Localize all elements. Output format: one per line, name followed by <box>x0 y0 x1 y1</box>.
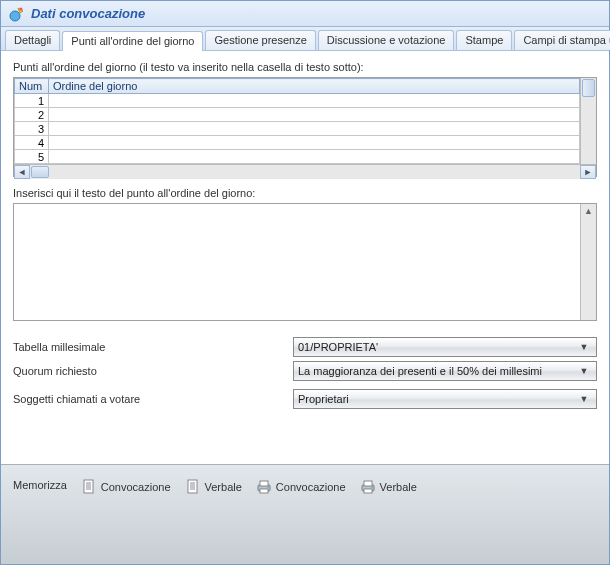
select-soggetti-votare[interactable]: Proprietari ▼ <box>293 389 597 409</box>
cell-text <box>49 150 580 164</box>
svg-rect-17 <box>364 481 372 486</box>
cell-num: 5 <box>15 150 49 164</box>
scrollbar-thumb[interactable] <box>582 79 595 97</box>
col-num[interactable]: Num <box>15 79 49 94</box>
scrollbar-thumb[interactable] <box>31 166 49 178</box>
chevron-down-icon: ▼ <box>576 342 592 352</box>
svg-point-15 <box>267 486 269 488</box>
table-row[interactable]: 5 <box>15 150 580 164</box>
scroll-right-arrow-icon[interactable]: ► <box>580 165 596 179</box>
svg-rect-18 <box>364 489 372 493</box>
cell-text <box>49 122 580 136</box>
cell-num: 1 <box>15 94 49 108</box>
textarea-scrollbar[interactable]: ▲ <box>580 204 596 320</box>
verbale-print-button[interactable]: Verbale <box>360 479 417 495</box>
table-row[interactable]: 1 <box>15 94 580 108</box>
table-row[interactable]: 4 <box>15 136 580 150</box>
verbale-doc-button[interactable]: Verbale <box>185 479 242 495</box>
document-icon <box>185 479 201 495</box>
label-quorum: Quorum richiesto <box>13 365 293 377</box>
cell-num: 4 <box>15 136 49 150</box>
tab-gestione-presenze[interactable]: Gestione presenze <box>205 30 315 50</box>
tab-stampe[interactable]: Stampe <box>456 30 512 50</box>
scroll-left-arrow-icon[interactable]: ◄ <box>14 165 30 179</box>
svg-point-19 <box>371 486 373 488</box>
grid-vertical-scrollbar[interactable] <box>580 78 596 164</box>
tab-campi-stampa-unione[interactable]: Campi di stampa unione <box>514 30 610 50</box>
cell-text <box>49 136 580 150</box>
chevron-down-icon: ▼ <box>576 366 592 376</box>
svg-point-1 <box>20 7 23 10</box>
printer-icon <box>360 479 376 495</box>
tab-dettagli[interactable]: Dettagli <box>5 30 60 50</box>
verbale-print-label: Verbale <box>380 481 417 493</box>
window-title: Dati convocazione <box>31 6 145 21</box>
tab-discussione-votazione[interactable]: Discussione e votazione <box>318 30 455 50</box>
select-quorum-richiesto[interactable]: La maggioranza dei presenti e il 50% dei… <box>293 361 597 381</box>
textarea-label: Inserisci qui il testo del punto all'ord… <box>13 187 597 199</box>
convocazione-print-label: Convocazione <box>276 481 346 493</box>
svg-point-0 <box>10 11 20 21</box>
col-ordine[interactable]: Ordine del giorno <box>49 79 580 94</box>
agenda-grid[interactable]: Num Ordine del giorno 1 2 3 4 5 <box>13 77 597 177</box>
svg-rect-14 <box>260 489 268 493</box>
app-icon <box>9 6 25 22</box>
textarea-body[interactable] <box>14 204 580 320</box>
memorizza-button[interactable]: Memorizza <box>13 479 67 491</box>
convocazione-doc-button[interactable]: Convocazione <box>81 479 171 495</box>
bottom-toolbar: Memorizza Convocazione Verbale Convocazi… <box>1 464 609 564</box>
chevron-down-icon: ▼ <box>576 394 592 404</box>
verbale-doc-label: Verbale <box>205 481 242 493</box>
grid-caption: Punti all'ordine del giorno (il testo va… <box>13 61 597 73</box>
cell-num: 3 <box>15 122 49 136</box>
document-icon <box>81 479 97 495</box>
select-tabella-millesimale[interactable]: 01/PROPRIETA' ▼ <box>293 337 597 357</box>
table-row[interactable]: 2 <box>15 108 580 122</box>
label-soggetti: Soggetti chiamati a votare <box>13 393 293 405</box>
tab-content: Punti all'ordine del giorno (il testo va… <box>1 51 609 464</box>
select-value: La maggioranza dei presenti e il 50% dei… <box>298 365 576 377</box>
cell-text <box>49 108 580 122</box>
select-value: 01/PROPRIETA' <box>298 341 576 353</box>
select-value: Proprietari <box>298 393 576 405</box>
table-row[interactable]: 3 <box>15 122 580 136</box>
printer-icon <box>256 479 272 495</box>
cell-text <box>49 94 580 108</box>
tabstrip: Dettagli Punti all'ordine del giorno Ges… <box>1 27 609 51</box>
convocazione-print-button[interactable]: Convocazione <box>256 479 346 495</box>
label-tabella: Tabella millesimale <box>13 341 293 353</box>
dialog-window: Dati convocazione Dettagli Punti all'ord… <box>0 0 610 565</box>
convocazione-doc-label: Convocazione <box>101 481 171 493</box>
tab-punti-ordine-giorno[interactable]: Punti all'ordine del giorno <box>62 31 203 51</box>
agenda-text-input[interactable]: ▲ <box>13 203 597 321</box>
svg-rect-13 <box>260 481 268 486</box>
memorizza-label: Memorizza <box>13 479 67 491</box>
cell-num: 2 <box>15 108 49 122</box>
scroll-up-arrow-icon[interactable]: ▲ <box>581 206 596 216</box>
titlebar: Dati convocazione <box>1 1 609 27</box>
grid-horizontal-scrollbar[interactable]: ◄ ► <box>14 164 596 179</box>
